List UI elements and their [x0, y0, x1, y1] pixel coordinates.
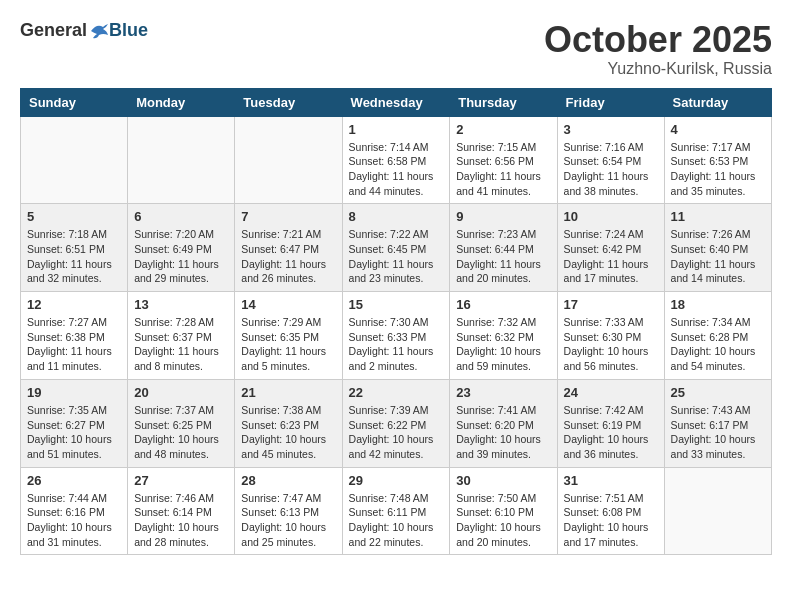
calendar-header-row: SundayMondayTuesdayWednesdayThursdayFrid… [21, 88, 772, 116]
day-info: Sunrise: 7:16 AM Sunset: 6:54 PM Dayligh… [564, 140, 658, 199]
calendar-header-sunday: Sunday [21, 88, 128, 116]
calendar-day-cell: 25Sunrise: 7:43 AM Sunset: 6:17 PM Dayli… [664, 379, 771, 467]
day-number: 25 [671, 385, 765, 400]
day-number: 12 [27, 297, 121, 312]
calendar-header-wednesday: Wednesday [342, 88, 450, 116]
day-info: Sunrise: 7:18 AM Sunset: 6:51 PM Dayligh… [27, 227, 121, 286]
day-info: Sunrise: 7:41 AM Sunset: 6:20 PM Dayligh… [456, 403, 550, 462]
day-number: 7 [241, 209, 335, 224]
calendar-day-cell: 28Sunrise: 7:47 AM Sunset: 6:13 PM Dayli… [235, 467, 342, 555]
calendar-day-cell: 6Sunrise: 7:20 AM Sunset: 6:49 PM Daylig… [128, 204, 235, 292]
day-info: Sunrise: 7:17 AM Sunset: 6:53 PM Dayligh… [671, 140, 765, 199]
calendar-day-cell: 2Sunrise: 7:15 AM Sunset: 6:56 PM Daylig… [450, 116, 557, 204]
day-info: Sunrise: 7:24 AM Sunset: 6:42 PM Dayligh… [564, 227, 658, 286]
day-info: Sunrise: 7:20 AM Sunset: 6:49 PM Dayligh… [134, 227, 228, 286]
location: Yuzhno-Kurilsk, Russia [544, 60, 772, 78]
day-info: Sunrise: 7:39 AM Sunset: 6:22 PM Dayligh… [349, 403, 444, 462]
day-info: Sunrise: 7:46 AM Sunset: 6:14 PM Dayligh… [134, 491, 228, 550]
calendar-day-cell: 23Sunrise: 7:41 AM Sunset: 6:20 PM Dayli… [450, 379, 557, 467]
day-number: 29 [349, 473, 444, 488]
calendar-day-cell: 19Sunrise: 7:35 AM Sunset: 6:27 PM Dayli… [21, 379, 128, 467]
day-number: 5 [27, 209, 121, 224]
day-number: 10 [564, 209, 658, 224]
calendar-table: SundayMondayTuesdayWednesdayThursdayFrid… [20, 88, 772, 556]
calendar-day-cell: 31Sunrise: 7:51 AM Sunset: 6:08 PM Dayli… [557, 467, 664, 555]
day-number: 30 [456, 473, 550, 488]
day-info: Sunrise: 7:29 AM Sunset: 6:35 PM Dayligh… [241, 315, 335, 374]
calendar-header-tuesday: Tuesday [235, 88, 342, 116]
calendar-day-cell: 16Sunrise: 7:32 AM Sunset: 6:32 PM Dayli… [450, 292, 557, 380]
calendar-day-cell: 8Sunrise: 7:22 AM Sunset: 6:45 PM Daylig… [342, 204, 450, 292]
calendar-header-saturday: Saturday [664, 88, 771, 116]
day-number: 2 [456, 122, 550, 137]
day-info: Sunrise: 7:21 AM Sunset: 6:47 PM Dayligh… [241, 227, 335, 286]
calendar-header-monday: Monday [128, 88, 235, 116]
day-info: Sunrise: 7:47 AM Sunset: 6:13 PM Dayligh… [241, 491, 335, 550]
day-number: 31 [564, 473, 658, 488]
day-info: Sunrise: 7:28 AM Sunset: 6:37 PM Dayligh… [134, 315, 228, 374]
day-number: 20 [134, 385, 228, 400]
day-info: Sunrise: 7:35 AM Sunset: 6:27 PM Dayligh… [27, 403, 121, 462]
day-info: Sunrise: 7:42 AM Sunset: 6:19 PM Dayligh… [564, 403, 658, 462]
logo-bird-icon [89, 21, 109, 41]
day-number: 26 [27, 473, 121, 488]
day-number: 27 [134, 473, 228, 488]
day-number: 14 [241, 297, 335, 312]
day-number: 13 [134, 297, 228, 312]
day-info: Sunrise: 7:43 AM Sunset: 6:17 PM Dayligh… [671, 403, 765, 462]
day-info: Sunrise: 7:33 AM Sunset: 6:30 PM Dayligh… [564, 315, 658, 374]
calendar-day-cell: 9Sunrise: 7:23 AM Sunset: 6:44 PM Daylig… [450, 204, 557, 292]
day-info: Sunrise: 7:34 AM Sunset: 6:28 PM Dayligh… [671, 315, 765, 374]
day-number: 22 [349, 385, 444, 400]
calendar-day-cell: 10Sunrise: 7:24 AM Sunset: 6:42 PM Dayli… [557, 204, 664, 292]
day-number: 9 [456, 209, 550, 224]
day-info: Sunrise: 7:23 AM Sunset: 6:44 PM Dayligh… [456, 227, 550, 286]
calendar-day-cell: 4Sunrise: 7:17 AM Sunset: 6:53 PM Daylig… [664, 116, 771, 204]
day-number: 11 [671, 209, 765, 224]
day-number: 16 [456, 297, 550, 312]
day-info: Sunrise: 7:37 AM Sunset: 6:25 PM Dayligh… [134, 403, 228, 462]
day-info: Sunrise: 7:22 AM Sunset: 6:45 PM Dayligh… [349, 227, 444, 286]
day-info: Sunrise: 7:14 AM Sunset: 6:58 PM Dayligh… [349, 140, 444, 199]
day-number: 19 [27, 385, 121, 400]
calendar-day-cell: 7Sunrise: 7:21 AM Sunset: 6:47 PM Daylig… [235, 204, 342, 292]
calendar-header-friday: Friday [557, 88, 664, 116]
calendar-week-row: 12Sunrise: 7:27 AM Sunset: 6:38 PM Dayli… [21, 292, 772, 380]
logo-general-text: General [20, 20, 87, 41]
day-info: Sunrise: 7:50 AM Sunset: 6:10 PM Dayligh… [456, 491, 550, 550]
calendar-day-cell: 27Sunrise: 7:46 AM Sunset: 6:14 PM Dayli… [128, 467, 235, 555]
calendar-day-cell: 17Sunrise: 7:33 AM Sunset: 6:30 PM Dayli… [557, 292, 664, 380]
calendar-day-cell: 20Sunrise: 7:37 AM Sunset: 6:25 PM Dayli… [128, 379, 235, 467]
title-section: October 2025 Yuzhno-Kurilsk, Russia [544, 20, 772, 78]
calendar-day-cell: 15Sunrise: 7:30 AM Sunset: 6:33 PM Dayli… [342, 292, 450, 380]
day-info: Sunrise: 7:32 AM Sunset: 6:32 PM Dayligh… [456, 315, 550, 374]
calendar-day-cell: 1Sunrise: 7:14 AM Sunset: 6:58 PM Daylig… [342, 116, 450, 204]
calendar-day-cell: 11Sunrise: 7:26 AM Sunset: 6:40 PM Dayli… [664, 204, 771, 292]
calendar-week-row: 1Sunrise: 7:14 AM Sunset: 6:58 PM Daylig… [21, 116, 772, 204]
day-number: 17 [564, 297, 658, 312]
day-info: Sunrise: 7:30 AM Sunset: 6:33 PM Dayligh… [349, 315, 444, 374]
day-number: 23 [456, 385, 550, 400]
day-number: 21 [241, 385, 335, 400]
calendar-day-cell: 14Sunrise: 7:29 AM Sunset: 6:35 PM Dayli… [235, 292, 342, 380]
logo: General Blue [20, 20, 148, 41]
day-info: Sunrise: 7:27 AM Sunset: 6:38 PM Dayligh… [27, 315, 121, 374]
day-number: 24 [564, 385, 658, 400]
calendar-week-row: 26Sunrise: 7:44 AM Sunset: 6:16 PM Dayli… [21, 467, 772, 555]
calendar-week-row: 5Sunrise: 7:18 AM Sunset: 6:51 PM Daylig… [21, 204, 772, 292]
calendar-day-cell: 3Sunrise: 7:16 AM Sunset: 6:54 PM Daylig… [557, 116, 664, 204]
calendar-day-cell [235, 116, 342, 204]
calendar-day-cell: 30Sunrise: 7:50 AM Sunset: 6:10 PM Dayli… [450, 467, 557, 555]
day-info: Sunrise: 7:15 AM Sunset: 6:56 PM Dayligh… [456, 140, 550, 199]
day-number: 1 [349, 122, 444, 137]
calendar-day-cell [664, 467, 771, 555]
day-number: 15 [349, 297, 444, 312]
calendar-day-cell: 18Sunrise: 7:34 AM Sunset: 6:28 PM Dayli… [664, 292, 771, 380]
calendar-day-cell: 21Sunrise: 7:38 AM Sunset: 6:23 PM Dayli… [235, 379, 342, 467]
calendar-day-cell: 22Sunrise: 7:39 AM Sunset: 6:22 PM Dayli… [342, 379, 450, 467]
logo-blue-text: Blue [109, 20, 148, 41]
day-number: 28 [241, 473, 335, 488]
calendar-day-cell: 13Sunrise: 7:28 AM Sunset: 6:37 PM Dayli… [128, 292, 235, 380]
calendar-header-thursday: Thursday [450, 88, 557, 116]
month-title: October 2025 [544, 20, 772, 60]
